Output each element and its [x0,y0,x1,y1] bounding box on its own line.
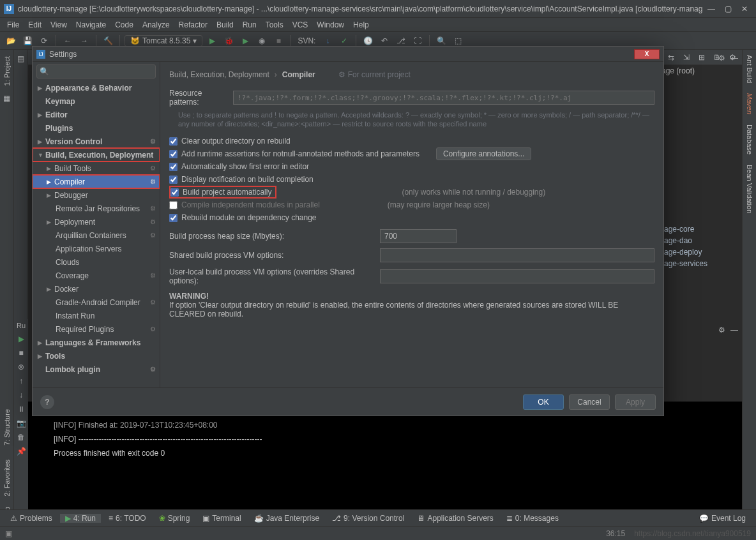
ant-build-tab[interactable]: Ant Build [745,50,755,88]
toggle-offline-icon[interactable]: ⇆ [665,53,677,62]
tree-vcs[interactable]: ▶Version Control⚙ [33,135,160,148]
tree-clouds[interactable]: Clouds [33,255,160,269]
tree-tools[interactable]: ▶Tools [33,349,160,363]
maven-root-item[interactable]: age (root) [662,65,741,77]
project-tool-tab[interactable]: 1: Project [2,51,12,91]
menu-refactor[interactable]: Refactor [174,20,212,29]
menu-code[interactable]: Code [110,20,138,29]
tree-build-tools[interactable]: ▶Build Tools⚙ [33,161,160,175]
menu-tools[interactable]: Tools [261,20,288,29]
menu-edit[interactable]: Edit [24,20,46,29]
hide-icon[interactable]: — [730,326,738,334]
dialog-close-button[interactable]: X [634,49,660,59]
cancel-button[interactable]: Cancel [569,394,610,410]
tree-app-servers[interactable]: Application Servers [33,242,160,255]
menu-window[interactable]: Window [312,20,349,29]
chk-compile-parallel[interactable]: Compile independent modules in parallel [169,200,320,209]
structure-tool-tab[interactable]: 7: Structure [2,404,12,451]
menu-file[interactable]: File [3,20,24,29]
trash-icon[interactable]: 🗑 [17,433,25,442]
tree-docker[interactable]: ▶Docker [33,282,160,296]
shared-vm-input[interactable] [380,248,654,262]
crumb-build[interactable]: Build, Execution, Deployment [169,70,269,79]
minimize-button[interactable]: — [704,3,719,15]
todo-tab[interactable]: ≡6: TODO [103,514,151,523]
apply-button[interactable]: Apply [615,394,656,410]
hide-icon[interactable]: — [730,54,738,63]
menu-analyze[interactable]: Analyze [138,20,174,29]
favorites-tool-tab[interactable]: 2: Favorites [2,454,12,501]
tree-plugins[interactable]: Plugins [33,121,160,135]
camera-icon[interactable]: 📷 [17,419,26,428]
chk-clear-output[interactable]: Clear output directory on rebuild [169,137,291,146]
menu-view[interactable]: View [46,20,72,29]
chk-build-auto[interactable]: Build project automatically [170,188,271,197]
chk-runtime-assertions[interactable]: Add runtime assertions for notnull-annot… [169,149,420,158]
gear-icon[interactable]: ⚙ [718,326,725,334]
event-log-tab[interactable]: 💬Event Log [694,514,751,523]
menu-build[interactable]: Build [212,20,238,29]
down-stack-icon[interactable]: ↓ [19,391,23,400]
tree-editor[interactable]: ▶Editor [33,108,160,121]
open-icon[interactable]: 📂 [4,34,18,48]
chk-display-notif[interactable]: Display notification on build completion [169,175,314,184]
tree-appearance[interactable]: ▶Appearance & Behavior [33,81,160,94]
tree-build[interactable]: ▼Build, Execution, Deployment [33,148,160,161]
maven-module-item[interactable]: age-services [664,258,741,269]
pin-icon[interactable]: ⊗ [18,363,24,371]
collapse-icon[interactable]: ▤ [16,54,26,64]
resource-patterns-input[interactable] [233,91,654,105]
tree-instant-run[interactable]: Instant Run [33,309,160,322]
tree-coverage[interactable]: Coverage⚙ [33,269,160,282]
tree-gradle-android[interactable]: Gradle-Android Compiler⚙ [33,296,160,309]
run-tab[interactable]: ▶4: Run [60,514,101,523]
project-icon[interactable]: ▦ [2,93,12,103]
stop-run-icon[interactable]: ■ [19,349,23,357]
run-config-selector[interactable]: 🐱 Tomcat 8.5.35 ▾ [125,35,202,47]
tree-deployment[interactable]: ▶Deployment⚙ [33,215,160,229]
tree-keymap[interactable]: Keymap [33,94,160,108]
configure-annotations-button[interactable]: Configure annotations... [436,147,531,160]
tree-debugger[interactable]: ▶Debugger [33,188,160,202]
tree-arquillian[interactable]: Arquillian Containers⚙ [33,229,160,242]
rerun-icon[interactable]: ▶ [19,334,24,343]
status-icon[interactable]: ▣ [5,529,12,538]
java-ee-tab[interactable]: ☕Java Enterprise [249,514,324,523]
up-stack-icon[interactable]: ↑ [19,377,23,386]
terminal-tab[interactable]: ▣Terminal [197,514,246,523]
close-window-button[interactable]: ✕ [737,3,752,15]
menu-navigate[interactable]: Navigate [72,20,110,29]
maven-module-item[interactable]: age-dao [664,235,741,246]
menu-help[interactable]: Help [349,20,374,29]
pin-tab-icon[interactable]: 📌 [17,447,26,456]
tree-lombok[interactable]: Lombok plugin⚙ [33,363,160,376]
app-servers-tab[interactable]: 🖥Application Servers [412,514,498,523]
tree-languages[interactable]: ▶Languages & Frameworks [33,336,160,349]
vcs-tab[interactable]: ⎇9: Version Control [327,514,409,523]
heap-size-input[interactable] [380,229,457,243]
messages-tab[interactable]: ≣0: Messages [501,514,564,523]
chk-auto-show-error[interactable]: Automatically show first error in editor [169,162,309,171]
tree-remote-jar[interactable]: Remote Jar Repositories⚙ [33,202,160,215]
bean-validation-tab[interactable]: Bean Validation [745,160,755,218]
menu-run[interactable]: Run [238,20,261,29]
expand-all-icon[interactable]: ⊞ [696,53,707,62]
chk-rebuild-dep[interactable]: Rebuild module on dependency change [169,213,317,222]
maven-module-item[interactable]: age-deploy [664,246,741,258]
maven-module-item[interactable]: age-core [664,223,741,235]
console-output[interactable]: [INFO] Total time: 0.864 s [INFO] Finish… [28,401,742,509]
gear-icon[interactable]: ⚙ [718,54,725,63]
maximize-button[interactable]: ▢ [720,3,736,15]
collapse-all-icon[interactable]: ⇲ [681,53,692,62]
user-vm-input[interactable] [380,269,654,283]
problems-tab[interactable]: ⚠Problems [5,514,57,523]
ok-button[interactable]: OK [523,394,564,410]
database-tab[interactable]: Database [745,119,755,160]
tree-compiler[interactable]: ▶Compiler⚙ [33,175,160,188]
maven-tab[interactable]: Maven [745,88,755,119]
help-button[interactable]: ? [40,395,54,409]
tree-required-plugins[interactable]: Required Plugins⚙ [33,322,160,336]
menu-vcs[interactable]: VCS [288,20,313,29]
spring-tab[interactable]: ❀Spring [154,514,195,523]
pause-icon[interactable]: ⏸ [17,405,25,414]
